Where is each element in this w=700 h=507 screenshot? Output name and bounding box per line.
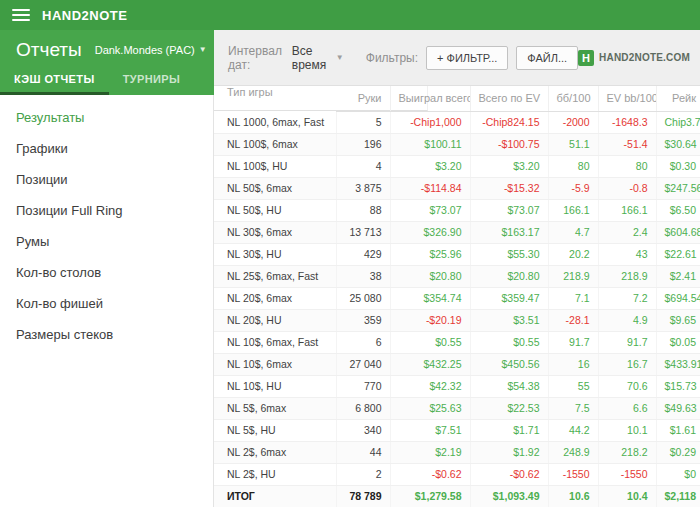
value-cell: $450.56 (470, 353, 548, 375)
sidebar-item-fish-count[interactable]: Кол-во фишей (0, 288, 213, 319)
game-type-cell: NL 50$, HU (214, 199, 336, 221)
value-cell: 27 040 (336, 353, 390, 375)
game-type-cell: NL 100$, 6max (214, 133, 336, 155)
interval-label: Интервал дат: (228, 44, 286, 72)
value-cell: $326.90 (390, 221, 470, 243)
game-type-cell: NL 10$, HU (214, 375, 336, 397)
table-row[interactable]: NL 50$, HU88$73.07$73.07166.1166.1$6.50 (214, 199, 700, 221)
sidebar-item-positions[interactable]: Позиции (0, 164, 213, 195)
value-cell: $1.71 (470, 419, 548, 441)
table-row[interactable]: NL 100$, HU4$3.20$3.208080$0.30 (214, 155, 700, 177)
table-row[interactable]: NL 50$, 6max3 875-$114.84-$15.32-5.9-0.8… (214, 177, 700, 199)
value-cell: 166.1 (548, 199, 598, 221)
value-cell: Chip3.75 (656, 111, 700, 133)
value-cell: -Chip824.15 (470, 111, 548, 133)
sidebar-item-stack-sizes[interactable]: Размеры стеков (0, 319, 213, 350)
table-row[interactable]: NL 20$, HU359-$20.19$3.51-28.14.9$9.65 (214, 309, 700, 331)
table-row[interactable]: NL 5$, HU340$7.51$1.7144.210.1$1.61 (214, 419, 700, 441)
table-row[interactable]: NL 5$, 6max6 800$25.63$22.537.56.6$49.63 (214, 397, 700, 419)
menu-icon[interactable] (12, 9, 30, 21)
value-cell: 6 800 (336, 397, 390, 419)
value-cell: -$15.32 (470, 177, 548, 199)
value-cell: $604.68 (656, 221, 700, 243)
value-cell: -51.4 (598, 133, 656, 155)
results-table-wrap: Тип игрыРукиВыиграл всегоВсего по EVбб/1… (214, 86, 700, 507)
table-total-row[interactable]: ИТОГ78 789$1,279.58$1,093.4910.610.4$2,1… (214, 485, 700, 507)
value-cell: $22.61 (656, 243, 700, 265)
game-type-cell: NL 5$, 6max (214, 397, 336, 419)
value-cell: $42.32 (390, 375, 470, 397)
value-cell: $15.73 (656, 375, 700, 397)
interval-select[interactable]: Все время ▼ (292, 44, 344, 72)
value-cell: -2000 (548, 111, 598, 133)
value-cell: $163.17 (470, 221, 548, 243)
value-cell: -5.9 (548, 177, 598, 199)
value-cell: 13 713 (336, 221, 390, 243)
table-row[interactable]: NL 25$, 6max, Fast38$20.80$20.80218.9218… (214, 265, 700, 287)
table-row[interactable]: NL 2$, HU2-$0.62-$0.62-1550-1550$0 (214, 463, 700, 485)
table-row[interactable]: NL 10$, 6max, Fast6$0.55$0.5591.791.7$0.… (214, 331, 700, 353)
value-cell: $20.80 (470, 265, 548, 287)
table-row[interactable]: NL 20$, 6max25 080$354.74$359.477.17.2$6… (214, 287, 700, 309)
value-cell: $0.05 (656, 331, 700, 353)
column-header[interactable]: бб/100 (548, 86, 598, 111)
game-type-cell: NL 30$, HU (214, 243, 336, 265)
add-filter-button[interactable]: + ФИЛЬТР... (426, 46, 508, 70)
tab-cash-reports[interactable]: КЭШ ОТЧЕТЫ (0, 66, 109, 95)
value-cell: 248.9 (548, 441, 598, 463)
value-cell: $49.63 (656, 397, 700, 419)
value-cell: -Chip1,000 (390, 111, 470, 133)
value-cell: 10.6 (548, 485, 598, 507)
file-button[interactable]: ФАЙЛ... (516, 46, 578, 70)
value-cell: 20.2 (548, 243, 598, 265)
value-cell: $3.20 (470, 155, 548, 177)
sidebar-item-table-count[interactable]: Кол-во столов (0, 257, 213, 288)
main-layout: Отчеты Dank.Mondes (PAC) ▼ КЭШ ОТЧЕТЫТУР… (0, 30, 700, 507)
table-row[interactable]: NL 2$, 6max44$2.19$1.92248.9218.2$0.29 (214, 441, 700, 463)
value-cell: $6.50 (656, 199, 700, 221)
value-cell: 6.6 (598, 397, 656, 419)
value-cell: -$114.84 (390, 177, 470, 199)
sidebar-item-results[interactable]: Результаты (0, 102, 213, 133)
column-header[interactable]: Рейк (656, 86, 700, 111)
column-header[interactable]: Всего по EV (470, 86, 548, 111)
value-cell: $7.51 (390, 419, 470, 441)
h2n-logo: H HAND2NOTE.COM (578, 50, 690, 66)
value-cell: $20.80 (390, 265, 470, 287)
value-cell: $25.96 (390, 243, 470, 265)
value-cell: 25 080 (336, 287, 390, 309)
value-cell: $100.11 (390, 133, 470, 155)
table-row[interactable]: NL 10$, 6max27 040$432.25$450.561616.7$4… (214, 353, 700, 375)
value-cell: 218.9 (598, 265, 656, 287)
sidebar-item-rooms[interactable]: Румы (0, 226, 213, 257)
sidebar-item-positions-full-ring[interactable]: Позиции Full Ring (0, 195, 213, 226)
value-cell: $1.61 (656, 419, 700, 441)
tab-tournaments[interactable]: ТУРНИРЫ (109, 66, 195, 95)
sidebar-item-charts[interactable]: Графики (0, 133, 213, 164)
game-type-cell: NL 50$, 6max (214, 177, 336, 199)
value-cell: 80 (548, 155, 598, 177)
table-row[interactable]: NL 30$, HU429$25.96$55.3020.243$22.61 (214, 243, 700, 265)
content-area: Интервал дат: Все время ▼ Фильтры: + ФИЛ… (214, 30, 700, 507)
table-row[interactable]: NL 30$, 6max13 713$326.90$163.174.72.4$6… (214, 221, 700, 243)
column-header[interactable]: EV bb/100 (598, 86, 656, 111)
table-row[interactable]: NL 100$, 6max196$100.11-$100.7551.1-51.4… (214, 133, 700, 155)
game-type-cell: ИТОГ (214, 485, 336, 507)
interval-value: Все время (292, 44, 331, 72)
value-cell: 359 (336, 309, 390, 331)
value-cell: 4.9 (598, 309, 656, 331)
account-selector[interactable]: Dank.Mondes (PAC) ▼ (95, 44, 207, 56)
value-cell: 78 789 (336, 485, 390, 507)
value-cell: $2,118 (656, 485, 700, 507)
value-cell: 340 (336, 419, 390, 441)
value-cell: 196 (336, 133, 390, 155)
table-row[interactable]: NL 1000, 6max, Fast5-Chip1,000-Chip824.1… (214, 111, 700, 133)
value-cell: $2.41 (656, 265, 700, 287)
value-cell: 10.4 (598, 485, 656, 507)
value-cell: 2.4 (598, 221, 656, 243)
value-cell: $433.91 (656, 353, 700, 375)
table-row[interactable]: NL 10$, HU770$42.32$54.385570.6$15.73 (214, 375, 700, 397)
game-type-cell: NL 5$, HU (214, 419, 336, 441)
game-type-cell: NL 20$, HU (214, 309, 336, 331)
value-cell: 88 (336, 199, 390, 221)
